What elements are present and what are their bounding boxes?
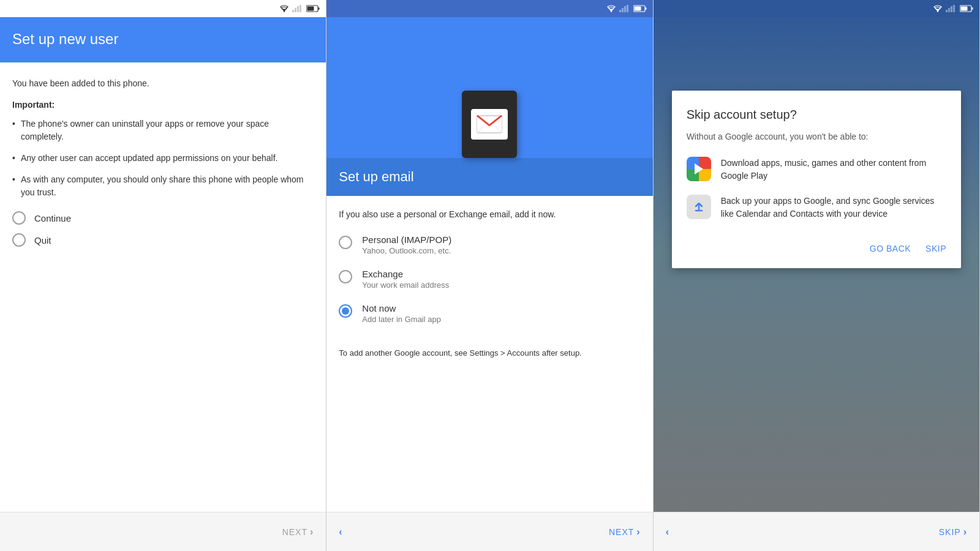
chevron-right-icon-2: › bbox=[636, 527, 640, 538]
svg-rect-14 bbox=[645, 7, 646, 10]
skip-dialog: Skip account setup? Without a Google acc… bbox=[672, 91, 961, 268]
option-not-now[interactable]: Not now Add later in Gmail app bbox=[339, 303, 640, 324]
dialog-subtitle: Without a Google account, you won't be a… bbox=[687, 130, 946, 143]
panel1-body: You have been added to this phone. Impor… bbox=[0, 62, 326, 512]
panel1-header: Set up new user bbox=[0, 17, 326, 62]
svg-rect-4 bbox=[300, 5, 301, 12]
svg-point-0 bbox=[284, 10, 285, 12]
option-personal-text: Personal (IMAP/POP) Yahoo, Outlook.com, … bbox=[362, 234, 451, 255]
gmail-tablet-icon bbox=[462, 91, 517, 158]
svg-marker-25 bbox=[695, 163, 703, 174]
wifi-icon-2 bbox=[606, 5, 616, 12]
svg-point-17 bbox=[937, 10, 938, 12]
play-store-text: Download apps, music, games and other co… bbox=[721, 157, 946, 182]
not-now-sub: Add later in Gmail app bbox=[362, 315, 441, 324]
battery-icon-2 bbox=[633, 5, 647, 12]
chevron-right-icon-3: › bbox=[963, 527, 967, 538]
chevron-left-icon: ‹ bbox=[339, 527, 342, 538]
panel2-footer: ‹ NEXT › bbox=[326, 512, 652, 551]
page-title: Set up new user bbox=[12, 31, 314, 48]
bullet-item-2: Any other user can accept updated app pe… bbox=[12, 152, 314, 165]
panel1-footer: NEXT › bbox=[0, 512, 326, 551]
dialog-actions: GO BACK SKIP bbox=[687, 233, 946, 258]
battery-icon-3 bbox=[960, 5, 973, 12]
panel-setup-email: Set up email If you also use a personal … bbox=[326, 0, 653, 551]
status-bar-3 bbox=[654, 0, 979, 17]
dialog-item-play: Download apps, music, games and other co… bbox=[687, 157, 946, 182]
panel-skip-setup: Skip account setup? Without a Google acc… bbox=[654, 0, 980, 551]
svg-rect-12 bbox=[627, 5, 628, 12]
svg-rect-20 bbox=[951, 6, 952, 12]
wifi-icon bbox=[279, 5, 289, 12]
svg-rect-21 bbox=[953, 5, 955, 12]
signal-icon bbox=[292, 5, 303, 12]
email-intro: If you also use a personal or Exchange e… bbox=[339, 208, 640, 221]
option-exchange[interactable]: Exchange Your work email address bbox=[339, 269, 640, 290]
svg-rect-23 bbox=[971, 7, 973, 10]
option-personal[interactable]: Personal (IMAP/POP) Yahoo, Outlook.com, … bbox=[339, 234, 640, 255]
dialog-item-backup: Back up your apps to Google, and sync Go… bbox=[687, 195, 946, 220]
option-continue-label: Continue bbox=[34, 213, 71, 223]
battery-icon bbox=[306, 5, 320, 12]
radio-exchange[interactable] bbox=[339, 270, 352, 283]
svg-rect-19 bbox=[948, 8, 950, 12]
radio-not-now[interactable] bbox=[339, 304, 352, 318]
skip-footer-label: SKIP bbox=[939, 527, 961, 537]
svg-rect-1 bbox=[292, 10, 294, 12]
skip-dialog-button[interactable]: SKIP bbox=[925, 239, 946, 258]
svg-rect-2 bbox=[295, 8, 296, 12]
email-title: Set up email bbox=[326, 158, 652, 196]
svg-rect-11 bbox=[624, 6, 626, 12]
gmail-logo bbox=[471, 109, 508, 140]
svg-rect-10 bbox=[622, 8, 624, 12]
backup-icon bbox=[687, 195, 711, 219]
chevron-left-icon-3: ‹ bbox=[666, 527, 669, 538]
personal-sub: Yahoo, Outlook.com, etc. bbox=[362, 246, 451, 255]
skip-footer-button[interactable]: SKIP › bbox=[939, 527, 967, 538]
dialog-title: Skip account setup? bbox=[687, 108, 946, 122]
signal-icon-2 bbox=[619, 5, 630, 12]
panel-setup-user: Set up new user You have been added to t… bbox=[0, 0, 326, 551]
wifi-icon-3 bbox=[933, 5, 943, 12]
bullet-list: The phone's owner can uninstall your app… bbox=[12, 118, 314, 199]
next-button-2[interactable]: NEXT › bbox=[609, 527, 641, 538]
next-label: NEXT bbox=[282, 527, 307, 537]
bullet-item-3: As with any computer, you should only sh… bbox=[12, 173, 314, 199]
backup-text: Back up your apps to Google, and sync Go… bbox=[721, 195, 946, 220]
footer-note: To add another Google account, see Setti… bbox=[339, 337, 640, 369]
not-now-title: Not now bbox=[362, 303, 441, 313]
svg-rect-24 bbox=[960, 7, 967, 11]
option-quit-label: Quit bbox=[34, 235, 51, 246]
exchange-title: Exchange bbox=[362, 269, 449, 279]
svg-rect-15 bbox=[634, 7, 641, 11]
option-exchange-text: Exchange Your work email address bbox=[362, 269, 449, 290]
go-back-button[interactable]: GO BACK bbox=[870, 239, 911, 258]
svg-rect-3 bbox=[297, 6, 299, 12]
back-button-3[interactable]: ‹ bbox=[666, 527, 669, 538]
status-bar-2 bbox=[326, 0, 652, 17]
status-bar-1 bbox=[0, 0, 326, 17]
personal-title: Personal (IMAP/POP) bbox=[362, 234, 451, 245]
bullet-item-1: The phone's owner can uninstall your app… bbox=[12, 118, 314, 143]
next-button[interactable]: NEXT › bbox=[282, 527, 314, 538]
play-store-icon bbox=[687, 157, 711, 181]
option-continue[interactable]: Continue bbox=[12, 211, 314, 225]
svg-rect-18 bbox=[946, 10, 948, 12]
email-hero bbox=[326, 17, 652, 158]
svg-point-8 bbox=[610, 10, 611, 12]
next-label-2: NEXT bbox=[609, 527, 634, 537]
intro-text: You have been added to this phone. bbox=[12, 77, 314, 90]
signal-icon-3 bbox=[946, 5, 957, 12]
svg-rect-7 bbox=[307, 7, 314, 11]
panel2-body: If you also use a personal or Exchange e… bbox=[326, 196, 652, 512]
radio-quit[interactable] bbox=[12, 233, 26, 247]
back-button[interactable]: ‹ bbox=[339, 527, 342, 538]
important-label: Important: bbox=[12, 99, 314, 111]
option-quit[interactable]: Quit bbox=[12, 233, 314, 247]
svg-rect-9 bbox=[619, 10, 621, 12]
radio-continue[interactable] bbox=[12, 211, 26, 225]
svg-rect-6 bbox=[318, 7, 320, 10]
exchange-sub: Your work email address bbox=[362, 280, 449, 290]
email-heading: Set up email bbox=[339, 169, 413, 184]
radio-personal[interactable] bbox=[339, 236, 352, 249]
